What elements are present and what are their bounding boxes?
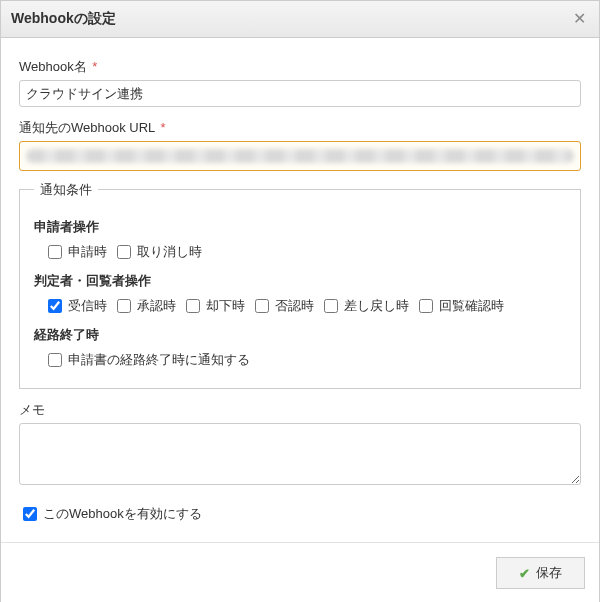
required-marker: *	[92, 59, 97, 74]
approver-item-0[interactable]: 受信時	[44, 296, 107, 316]
applicant-checkbox-1[interactable]	[117, 245, 131, 259]
approver-checkbox-1[interactable]	[117, 299, 131, 313]
webhook-url-label: 通知先のWebhook URL *	[19, 119, 581, 137]
approver-item-2[interactable]: 却下時	[182, 296, 245, 316]
save-button-label: 保存	[536, 564, 562, 582]
approver-label-0: 受信時	[68, 297, 107, 315]
memo-label: メモ	[19, 401, 581, 419]
enable-webhook-row: このWebhookを有効にする	[19, 504, 581, 524]
dialog-footer: ✔ 保存	[1, 542, 599, 602]
check-icon: ✔	[519, 566, 530, 581]
approver-checkbox-5[interactable]	[419, 299, 433, 313]
route-end-label-0: 申請書の経路終了時に通知する	[68, 351, 250, 369]
enable-webhook-text: このWebhookを有効にする	[43, 505, 202, 523]
approver-label-2: 却下時	[206, 297, 245, 315]
approver-item-5[interactable]: 回覧確認時	[415, 296, 504, 316]
dialog-body: Webhook名 * 通知先のWebhook URL * 通知条件 申請者操作 …	[1, 38, 599, 542]
approver-label-5: 回覧確認時	[439, 297, 504, 315]
enable-webhook-checkbox[interactable]	[23, 507, 37, 521]
notification-conditions-fieldset: 通知条件 申請者操作 申請時取り消し時 判定者・回覧者操作 受信時承認時却下時否…	[19, 189, 581, 389]
route-end-title: 経路終了時	[34, 326, 566, 344]
webhook-url-label-text: 通知先のWebhook URL	[19, 120, 155, 135]
approver-label-1: 承認時	[137, 297, 176, 315]
save-button[interactable]: ✔ 保存	[496, 557, 585, 589]
approver-checkbox-2[interactable]	[186, 299, 200, 313]
route-end-checkbox-0[interactable]	[48, 353, 62, 367]
notification-conditions-legend: 通知条件	[34, 181, 98, 199]
webhook-settings-dialog: Webhookの設定 ✕ Webhook名 * 通知先のWebhook URL …	[0, 0, 600, 602]
approver-item-4[interactable]: 差し戻し時	[320, 296, 409, 316]
approver-ops-row: 受信時承認時却下時否認時差し戻し時回覧確認時	[34, 296, 566, 316]
applicant-item-1[interactable]: 取り消し時	[113, 242, 202, 262]
approver-checkbox-3[interactable]	[255, 299, 269, 313]
applicant-item-0[interactable]: 申請時	[44, 242, 107, 262]
webhook-name-label: Webhook名 *	[19, 58, 581, 76]
dialog-title: Webhookの設定	[11, 10, 116, 28]
approver-label-4: 差し戻し時	[344, 297, 409, 315]
enable-webhook-checkbox-label[interactable]: このWebhookを有効にする	[19, 504, 202, 524]
applicant-ops-title: 申請者操作	[34, 218, 566, 236]
approver-checkbox-4[interactable]	[324, 299, 338, 313]
webhook-url-blurred-value	[26, 149, 574, 163]
close-icon[interactable]: ✕	[569, 9, 589, 29]
applicant-ops-row: 申請時取り消し時	[34, 242, 566, 262]
webhook-name-input[interactable]	[19, 80, 581, 107]
applicant-checkbox-0[interactable]	[48, 245, 62, 259]
approver-item-3[interactable]: 否認時	[251, 296, 314, 316]
route-end-row: 申請書の経路終了時に通知する	[34, 350, 566, 370]
approver-label-3: 否認時	[275, 297, 314, 315]
applicant-label-0: 申請時	[68, 243, 107, 261]
dialog-header: Webhookの設定 ✕	[1, 1, 599, 38]
approver-ops-title: 判定者・回覧者操作	[34, 272, 566, 290]
webhook-url-input[interactable]	[19, 141, 581, 171]
approver-checkbox-0[interactable]	[48, 299, 62, 313]
required-marker: *	[160, 120, 165, 135]
approver-item-1[interactable]: 承認時	[113, 296, 176, 316]
webhook-name-label-text: Webhook名	[19, 59, 87, 74]
memo-input[interactable]	[19, 423, 581, 485]
applicant-label-1: 取り消し時	[137, 243, 202, 261]
route-end-item-0[interactable]: 申請書の経路終了時に通知する	[44, 350, 250, 370]
